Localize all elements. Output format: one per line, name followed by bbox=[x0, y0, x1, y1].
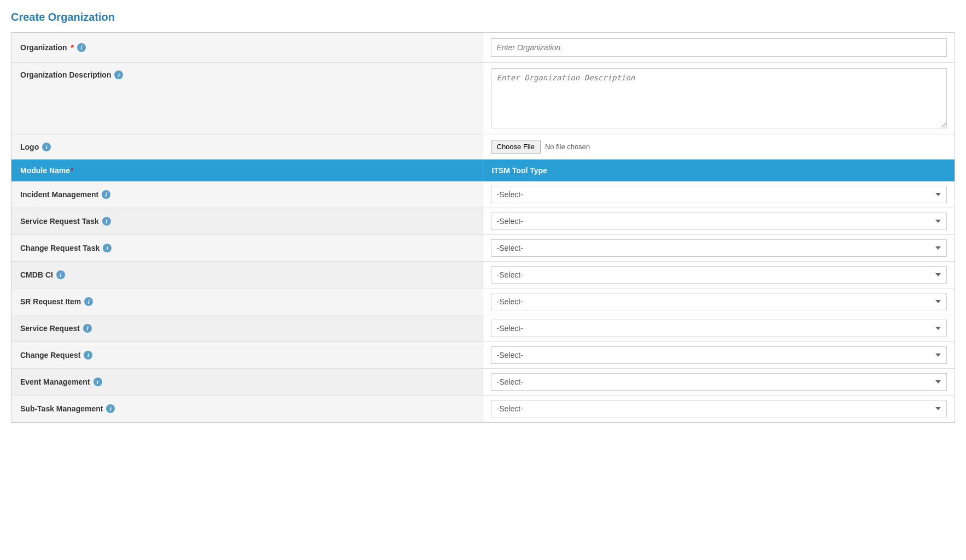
module-info-icon: i bbox=[56, 270, 65, 279]
table-header-module: Module Name* bbox=[11, 160, 483, 181]
module-select[interactable]: -Select- bbox=[491, 373, 947, 391]
module-row: SR Request Itemi-Select- bbox=[11, 288, 955, 315]
org-desc-row: Organization Description i bbox=[11, 63, 955, 134]
create-org-form: Organization* i Organization Description… bbox=[11, 32, 955, 423]
module-name-label: Change Request bbox=[20, 351, 80, 359]
org-desc-label-cell: Organization Description i bbox=[11, 63, 483, 134]
module-select[interactable]: -Select- bbox=[491, 320, 947, 337]
module-name-label: SR Request Item bbox=[20, 297, 81, 306]
module-select-cell: -Select- bbox=[483, 315, 955, 341]
module-row: Change Request Taski-Select- bbox=[11, 235, 955, 262]
module-label-cell: Incident Managementi bbox=[11, 181, 483, 208]
module-select-cell: -Select- bbox=[483, 288, 955, 315]
module-select-cell: -Select- bbox=[483, 396, 955, 422]
module-label-cell: Change Request Taski bbox=[11, 235, 483, 261]
org-label-cell: Organization* i bbox=[11, 33, 483, 62]
module-select[interactable]: -Select- bbox=[491, 400, 947, 417]
module-name-label: Event Management bbox=[20, 378, 90, 386]
module-select-cell: -Select- bbox=[483, 235, 955, 261]
org-input-cell bbox=[483, 33, 955, 62]
org-input[interactable] bbox=[491, 38, 947, 57]
module-row: Event Managementi-Select- bbox=[11, 369, 955, 396]
module-label-cell: SR Request Itemi bbox=[11, 288, 483, 315]
module-select[interactable]: -Select- bbox=[491, 266, 947, 284]
logo-input-cell: Choose File No file chosen bbox=[483, 134, 955, 159]
org-required-star: * bbox=[71, 43, 74, 52]
module-rows-container: Incident Managementi-Select-Service Requ… bbox=[11, 181, 955, 422]
org-desc-label: Organization Description bbox=[20, 70, 111, 79]
module-select[interactable]: -Select- bbox=[491, 186, 947, 203]
module-select-cell: -Select- bbox=[483, 342, 955, 368]
table-header: Module Name* ITSM Tool Type bbox=[11, 160, 955, 181]
module-info-icon: i bbox=[83, 324, 92, 333]
module-label-cell: CMDB CIi bbox=[11, 262, 483, 288]
module-row: Service Requesti-Select- bbox=[11, 315, 955, 342]
module-col-label: Module Name bbox=[20, 166, 70, 175]
module-label-cell: Event Managementi bbox=[11, 369, 483, 395]
module-info-icon: i bbox=[106, 404, 115, 413]
module-info-icon: i bbox=[103, 244, 112, 252]
itsm-col-label: ITSM Tool Type bbox=[492, 166, 547, 175]
module-name-label: Service Request Task bbox=[20, 217, 99, 226]
module-name-label: CMDB CI bbox=[20, 270, 53, 279]
module-row: Sub-Task Managementi-Select- bbox=[11, 396, 955, 422]
org-desc-input-cell bbox=[483, 63, 955, 134]
module-select-cell: -Select- bbox=[483, 181, 955, 208]
logo-label-cell: Logo i bbox=[11, 134, 483, 159]
org-desc-info-icon: i bbox=[114, 70, 123, 79]
org-label: Organization bbox=[20, 43, 67, 52]
org-desc-textarea[interactable] bbox=[491, 68, 947, 128]
module-name-label: Service Request bbox=[20, 324, 80, 333]
module-info-icon: i bbox=[93, 378, 102, 386]
module-row: CMDB CIi-Select- bbox=[11, 262, 955, 288]
table-header-itsm: ITSM Tool Type bbox=[483, 160, 955, 181]
org-row: Organization* i bbox=[11, 33, 955, 63]
module-row: Incident Managementi-Select- bbox=[11, 181, 955, 208]
module-row: Service Request Taski-Select- bbox=[11, 208, 955, 235]
module-select[interactable]: -Select- bbox=[491, 346, 947, 364]
module-select[interactable]: -Select- bbox=[491, 293, 947, 310]
logo-info-icon: i bbox=[42, 143, 51, 151]
choose-file-button[interactable]: Choose File bbox=[491, 140, 541, 154]
module-row: Change Requesti-Select- bbox=[11, 342, 955, 369]
module-name-label: Change Request Task bbox=[20, 244, 99, 252]
module-label-cell: Change Requesti bbox=[11, 342, 483, 368]
module-select[interactable]: -Select- bbox=[491, 239, 947, 257]
module-select-cell: -Select- bbox=[483, 369, 955, 395]
logo-label: Logo bbox=[20, 143, 39, 151]
no-file-label: No file chosen bbox=[545, 143, 590, 151]
org-info-icon: i bbox=[77, 43, 86, 52]
module-name-label: Sub-Task Management bbox=[20, 404, 103, 413]
module-label-cell: Sub-Task Managementi bbox=[11, 396, 483, 422]
module-label-cell: Service Request Taski bbox=[11, 208, 483, 234]
module-col-required: * bbox=[71, 166, 73, 175]
module-select[interactable]: -Select- bbox=[491, 213, 947, 230]
module-label-cell: Service Requesti bbox=[11, 315, 483, 341]
module-name-label: Incident Management bbox=[20, 190, 98, 199]
logo-row: Logo i Choose File No file chosen bbox=[11, 134, 955, 160]
page-title: Create Organization bbox=[11, 11, 955, 23]
module-info-icon: i bbox=[84, 351, 92, 359]
module-select-cell: -Select- bbox=[483, 208, 955, 234]
module-info-icon: i bbox=[102, 217, 111, 226]
file-input-container: Choose File No file chosen bbox=[491, 140, 590, 154]
module-info-icon: i bbox=[102, 190, 110, 199]
module-info-icon: i bbox=[84, 297, 93, 306]
module-select-cell: -Select- bbox=[483, 262, 955, 288]
